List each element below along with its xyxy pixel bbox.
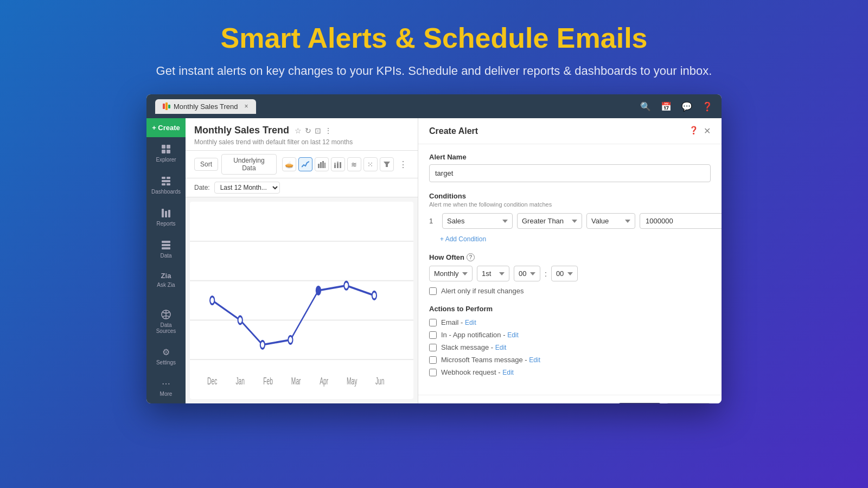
save-button[interactable]: Save	[618, 403, 661, 403]
search-icon[interactable]: 🔍	[640, 101, 651, 112]
svg-text:Jan: Jan	[235, 376, 245, 387]
tab-bar: Monthly Sales Trend ×	[155, 99, 256, 114]
data-sources-label: Data Sources	[150, 322, 182, 334]
alert-panel: Create Alert ❓ ✕ Alert Name Conditions A…	[418, 118, 722, 403]
calendar-icon[interactable]: 📅	[661, 101, 672, 112]
svg-rect-12	[162, 241, 170, 243]
cancel-button[interactable]: Cancel	[666, 403, 711, 403]
email-edit-link[interactable]: Edit	[465, 319, 476, 326]
sidebar-item-ask-zia[interactable]: Zia Ask Zia	[146, 265, 186, 294]
svg-rect-11	[168, 210, 170, 217]
alert-name-input[interactable]	[429, 164, 711, 182]
topbar-icons: 🔍 📅 💬 ❓	[640, 101, 713, 112]
chart-header: Monthly Sales Trend ☆ ↻ ⊡ ⋮ Monthly sale…	[186, 118, 418, 151]
svg-rect-3	[167, 150, 170, 153]
slack-edit-link[interactable]: Edit	[495, 344, 507, 351]
sidebar-item-data-sources[interactable]: Data Sources	[146, 303, 186, 341]
svg-rect-14	[162, 247, 170, 249]
condition-threshold-input[interactable]	[640, 213, 722, 229]
more-options-icon[interactable]: ⋮	[324, 126, 332, 135]
svg-text:Mar: Mar	[291, 376, 301, 387]
alert-body: Alert Name Conditions Alert me when the …	[418, 144, 722, 395]
hero-title: Smart Alerts & Schedule Emails	[11, 22, 857, 54]
sidebar-item-explorer[interactable]: Explorer	[146, 137, 186, 169]
sidebar-item-data[interactable]: Data	[146, 233, 186, 265]
webhook-edit-link[interactable]: Edit	[502, 369, 514, 376]
svg-rect-24	[337, 162, 339, 163]
line-chart-svg: Dec Jan Feb Mar Apr May Jun	[190, 202, 413, 399]
sidebar: + Create Explorer	[146, 118, 186, 403]
how-often-title: How Often ?	[429, 253, 711, 261]
condition-type-select[interactable]: Value	[586, 213, 635, 229]
sidebar-item-dashboards[interactable]: Dashboards	[146, 169, 186, 201]
teams-edit-link[interactable]: Edit	[529, 356, 540, 364]
hour-select[interactable]: 00 01 12	[514, 266, 540, 281]
area-chart-btn[interactable]: ≋	[347, 157, 361, 171]
chart-tab-icon	[163, 102, 170, 110]
svg-rect-8	[167, 183, 170, 185]
alert-name-group: Alert Name	[429, 153, 711, 182]
sort-button[interactable]: Sort	[194, 158, 218, 171]
minute-select[interactable]: 00 15 30 45	[551, 266, 578, 281]
sidebar-item-more[interactable]: ⋯ More	[146, 372, 186, 403]
create-button[interactable]: + Create	[146, 118, 186, 137]
line-chart-btn[interactable]	[298, 157, 312, 171]
alert-only-label: Alert only if result changes	[441, 287, 524, 295]
chart-title-icons: ☆ ↻ ⊡ ⋮	[295, 126, 332, 135]
alert-footer: Save Cancel	[418, 395, 722, 403]
condition-field-select[interactable]: Sales	[442, 213, 513, 229]
in-app-checkbox[interactable]	[429, 331, 437, 339]
svg-rect-19	[322, 161, 324, 168]
add-condition-link[interactable]: + Add Condition	[429, 233, 711, 243]
chart-title: Monthly Sales Trend	[194, 125, 289, 136]
frequency-select[interactable]: Monthly Daily Weekly	[429, 266, 473, 281]
chart-title-row: Monthly Sales Trend ☆ ↻ ⊡ ⋮	[194, 125, 409, 136]
sidebar-item-settings[interactable]: ⚙ Settings	[146, 341, 186, 372]
sidebar-item-reports[interactable]: Reports	[146, 201, 186, 233]
alert-name-label: Alert Name	[429, 153, 711, 161]
chart-filter: Date: Last 12 Month...	[186, 178, 418, 197]
tab-item[interactable]: Monthly Sales Trend ×	[155, 99, 256, 114]
explorer-label: Explorer	[156, 157, 176, 163]
date-filter-label: Date:	[194, 184, 210, 191]
svg-rect-23	[337, 163, 339, 168]
stacked-bar-btn[interactable]	[331, 157, 345, 171]
webhook-checkbox[interactable]	[429, 369, 437, 376]
alert-only-checkbox[interactable]	[429, 287, 437, 295]
copy-icon[interactable]: ⊡	[315, 126, 321, 135]
svg-text:May: May	[347, 376, 358, 387]
tab-close-icon[interactable]: ×	[245, 102, 248, 110]
bar-chart-btn[interactable]	[315, 157, 329, 171]
svg-rect-25	[340, 162, 341, 168]
chat-icon[interactable]: 💬	[681, 101, 692, 112]
email-checkbox[interactable]	[429, 319, 437, 326]
svg-rect-18	[320, 162, 322, 168]
hero-section: Smart Alerts & Schedule Emails Get insta…	[0, 0, 868, 94]
svg-point-34	[288, 336, 292, 344]
teams-checkbox[interactable]	[429, 356, 437, 364]
how-often-help-icon[interactable]: ?	[467, 253, 475, 261]
condition-operator-select[interactable]: Greater Than	[517, 213, 582, 229]
slack-checkbox[interactable]	[429, 344, 437, 351]
toolbar-more-icon[interactable]: ⋮	[397, 158, 409, 171]
refresh-icon[interactable]: ↻	[305, 126, 311, 135]
action-teams-row: Microsoft Teams message - Edit	[429, 356, 711, 364]
funnel-btn[interactable]	[380, 157, 394, 171]
date-filter-select[interactable]: Last 12 Month...	[214, 182, 280, 194]
alert-help-icon[interactable]: ❓	[689, 126, 698, 136]
underlying-data-button[interactable]: Underlying Data	[221, 154, 277, 175]
action-slack-row: Slack message - Edit	[429, 343, 711, 351]
webhook-label: Webhook request - Edit	[441, 368, 514, 376]
in-app-edit-link[interactable]: Edit	[507, 331, 519, 339]
svg-point-33	[260, 341, 265, 349]
pie-chart-btn[interactable]: 🥧	[282, 157, 296, 171]
teams-label: Microsoft Teams message - Edit	[441, 356, 540, 364]
day-select[interactable]: 1st 2nd 15th	[477, 266, 509, 281]
help-icon[interactable]: ❓	[702, 101, 713, 112]
svg-rect-1	[167, 145, 170, 149]
star-icon[interactable]: ☆	[295, 126, 302, 135]
chart-toolbar: Sort Underlying Data 🥧	[186, 151, 418, 178]
alert-close-icon[interactable]: ✕	[704, 126, 711, 136]
email-label: Email - Edit	[441, 318, 476, 326]
scatter-btn[interactable]: ⁙	[363, 157, 378, 171]
